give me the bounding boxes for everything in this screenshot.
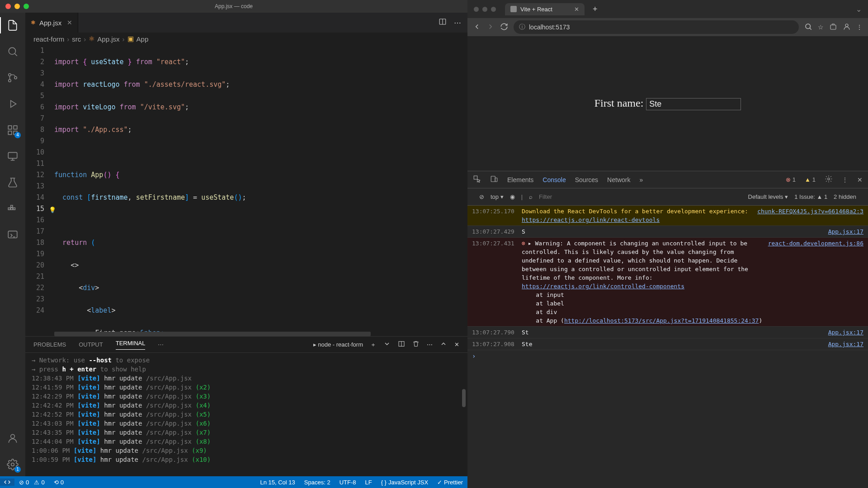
firstname-input[interactable] bbox=[646, 98, 741, 110]
issues-button[interactable]: 1 Issue: ▲ 1 bbox=[794, 193, 827, 200]
svg-point-15 bbox=[11, 463, 14, 466]
eol-status[interactable]: LF bbox=[360, 479, 376, 486]
reload-button[interactable] bbox=[500, 23, 508, 32]
remote-explorer-icon[interactable] bbox=[6, 150, 19, 163]
breadcrumb-symbol[interactable]: App bbox=[137, 35, 149, 43]
menu-icon[interactable]: ⋮ bbox=[856, 23, 863, 31]
source-control-icon[interactable] bbox=[6, 71, 19, 84]
browser-minimize-button[interactable] bbox=[482, 7, 487, 12]
chevron-down-icon[interactable]: ⌄ bbox=[856, 5, 868, 14]
browser-close-button[interactable] bbox=[474, 7, 479, 12]
new-tab-button[interactable]: + bbox=[589, 5, 601, 14]
breadcrumb[interactable]: react-form› src› ⚛App.jsx› ▣App bbox=[25, 33, 467, 45]
minimize-window-button[interactable] bbox=[14, 4, 20, 9]
panel-overflow-icon[interactable]: ⋯ bbox=[158, 341, 164, 348]
tab-app-jsx[interactable]: ⚛ App.jsx ✕ bbox=[25, 13, 78, 33]
explorer-icon[interactable] bbox=[6, 19, 19, 32]
close-panel-icon[interactable]: ✕ bbox=[454, 341, 459, 348]
console-message: 13:07:27.908SteApp.jsx:17 bbox=[467, 338, 868, 350]
extensions-icon[interactable]: 4 bbox=[6, 124, 19, 136]
warning-count-badge[interactable]: ▲1 bbox=[805, 176, 816, 183]
more-actions-icon[interactable]: ⋯ bbox=[454, 19, 461, 27]
testing-icon[interactable] bbox=[6, 176, 19, 189]
kill-terminal-icon[interactable] bbox=[412, 340, 420, 349]
cursor-position[interactable]: Ln 15, Col 13 bbox=[255, 479, 299, 486]
ports-status[interactable]: ⟲ 0 bbox=[49, 479, 68, 486]
terminal-content[interactable]: → Network: use --host to expose → press … bbox=[25, 353, 467, 476]
zoom-icon[interactable] bbox=[804, 23, 812, 32]
encoding-status[interactable]: UTF-8 bbox=[335, 479, 361, 486]
tab-close-icon[interactable]: ✕ bbox=[574, 6, 579, 13]
devtools-settings-icon[interactable] bbox=[825, 175, 833, 184]
code-editor[interactable]: 12345 678910 11121314 15💡 16171819 20212… bbox=[25, 45, 467, 336]
error-count-badge[interactable]: ⊗1 bbox=[786, 176, 796, 183]
console-output[interactable]: 13:07:25.170Download the React DevTools … bbox=[467, 206, 868, 488]
svg-rect-11 bbox=[13, 208, 15, 210]
remote-indicator[interactable] bbox=[0, 479, 14, 486]
profile-icon[interactable] bbox=[843, 23, 851, 32]
new-terminal-icon[interactable]: ＋ bbox=[370, 341, 376, 349]
devtools-tab-elements[interactable]: Elements bbox=[507, 176, 533, 183]
back-button[interactable] bbox=[473, 23, 481, 32]
console-prompt[interactable]: › bbox=[467, 350, 868, 362]
address-bar[interactable]: ⓘ localhost:5173 bbox=[514, 20, 799, 34]
search-icon[interactable] bbox=[6, 45, 19, 58]
log-levels-selector[interactable]: Default levels ▾ bbox=[748, 193, 788, 200]
indentation-status[interactable]: Spaces: 2 bbox=[300, 479, 335, 486]
devtools-tab-console[interactable]: Console bbox=[542, 176, 566, 183]
remote-icon[interactable] bbox=[6, 229, 19, 241]
status-bar: ⊘ 0 ⚠ 0 ⟲ 0 Ln 15, Col 13 Spaces: 2 UTF-… bbox=[0, 476, 467, 488]
svg-point-1 bbox=[9, 74, 11, 76]
problems-status[interactable]: ⊘ 0 ⚠ 0 bbox=[14, 479, 49, 486]
devtools: Elements Console Sources Network » ⊗1 ▲1… bbox=[467, 171, 868, 488]
panel-more-icon[interactable]: ⋯ bbox=[427, 341, 433, 348]
clear-console-icon[interactable]: ⊘ bbox=[479, 193, 484, 200]
forward-button[interactable] bbox=[486, 23, 495, 32]
panel-tab-output[interactable]: OUTPUT bbox=[79, 341, 103, 348]
extensions-icon[interactable] bbox=[829, 23, 837, 32]
panel-tab-terminal[interactable]: TERMINAL bbox=[116, 340, 146, 350]
accounts-icon[interactable] bbox=[6, 432, 19, 445]
split-editor-icon[interactable] bbox=[439, 18, 447, 28]
terminal-scrollbar[interactable] bbox=[462, 389, 466, 407]
prettier-status[interactable]: ✓ Prettier bbox=[433, 479, 467, 486]
hidden-messages[interactable]: 2 hidden bbox=[834, 193, 856, 200]
device-toolbar-icon[interactable] bbox=[490, 175, 498, 184]
browser-tab[interactable]: Vite + React ✕ bbox=[505, 3, 585, 15]
settings-gear-icon[interactable]: 1 bbox=[6, 458, 19, 471]
terminal-task-picker[interactable]: ▸ node - react-form bbox=[313, 341, 363, 348]
devtools-tab-network[interactable]: Network bbox=[607, 176, 630, 183]
breadcrumb-item[interactable]: src bbox=[72, 35, 81, 43]
browser-tabbar: Vite + React ✕ + ⌄ bbox=[467, 0, 868, 18]
inspect-element-icon[interactable] bbox=[473, 175, 481, 184]
browser-maximize-button[interactable] bbox=[491, 7, 496, 12]
editor-tabs: ⚛ App.jsx ✕ ⋯ bbox=[25, 13, 467, 33]
code-content[interactable]: import { useState } from "react"; import… bbox=[54, 45, 467, 336]
tab-close-icon[interactable]: ✕ bbox=[67, 19, 72, 26]
maximize-panel-icon[interactable] bbox=[440, 340, 447, 349]
favicon-icon bbox=[510, 6, 517, 12]
panel-tab-problems[interactable]: PROBLEMS bbox=[33, 341, 66, 348]
devtools-close-icon[interactable]: ✕ bbox=[857, 176, 863, 183]
terminal-dropdown-icon[interactable] bbox=[383, 340, 391, 349]
console-filter-input[interactable] bbox=[539, 193, 615, 200]
browser-window: Vite + React ✕ + ⌄ ⓘ localhost:5173 ☆ ⋮ … bbox=[467, 0, 868, 488]
breadcrumb-item[interactable]: react-form bbox=[33, 35, 64, 43]
split-terminal-icon[interactable] bbox=[398, 340, 405, 349]
close-window-button[interactable] bbox=[5, 4, 11, 9]
docker-icon[interactable] bbox=[6, 202, 19, 215]
horizontal-scrollbar[interactable] bbox=[54, 332, 371, 336]
live-expression-icon[interactable]: ◉ bbox=[510, 193, 515, 200]
devtools-more-tabs-icon[interactable]: » bbox=[639, 176, 643, 183]
devtools-tab-sources[interactable]: Sources bbox=[575, 176, 598, 183]
site-info-icon[interactable]: ⓘ bbox=[519, 23, 525, 31]
context-selector[interactable]: top ▾ bbox=[491, 193, 504, 200]
console-message: 13:07:25.170Download the React DevTools … bbox=[467, 206, 868, 226]
language-mode[interactable]: { } JavaScript JSX bbox=[377, 479, 433, 486]
vscode-window: App.jsx — code 4 1 ⚛ App.jsx ✕ bbox=[0, 0, 467, 488]
run-debug-icon[interactable] bbox=[6, 98, 19, 110]
devtools-menu-icon[interactable]: ⋮ bbox=[842, 176, 848, 183]
breadcrumb-item[interactable]: App.jsx bbox=[97, 35, 119, 43]
maximize-window-button[interactable] bbox=[24, 4, 29, 9]
bookmark-icon[interactable]: ☆ bbox=[818, 23, 824, 31]
